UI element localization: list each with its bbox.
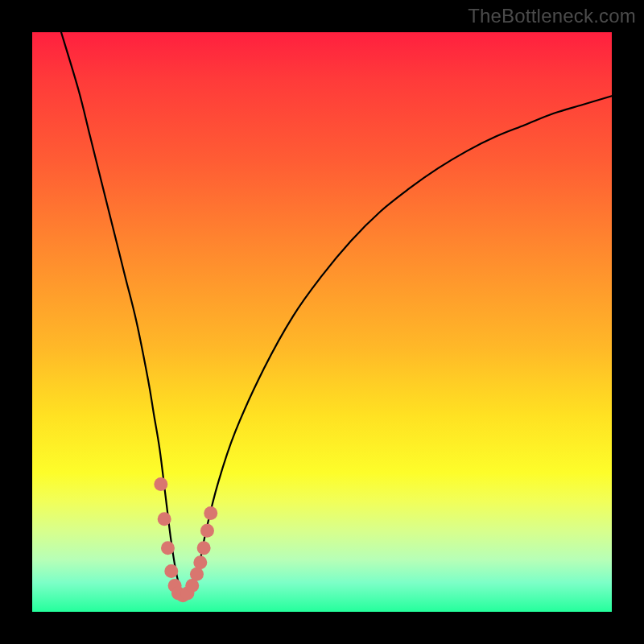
bottleneck-curve <box>61 32 612 597</box>
highlight-dot <box>204 506 217 520</box>
highlight-dot <box>158 512 171 526</box>
highlight-dot <box>193 555 207 569</box>
highlight-dot <box>161 541 175 555</box>
chart-frame: TheBottleneck.com <box>0 0 644 644</box>
highlight-dot <box>154 477 167 491</box>
highlight-dot <box>200 524 214 538</box>
highlight-dot <box>190 568 204 581</box>
watermark-text: TheBottleneck.com <box>468 5 636 27</box>
highlight-dot <box>164 564 178 578</box>
chart-svg <box>32 32 612 612</box>
highlight-dot <box>197 541 211 555</box>
plot-area <box>32 32 612 612</box>
bottom-highlight <box>154 477 217 602</box>
